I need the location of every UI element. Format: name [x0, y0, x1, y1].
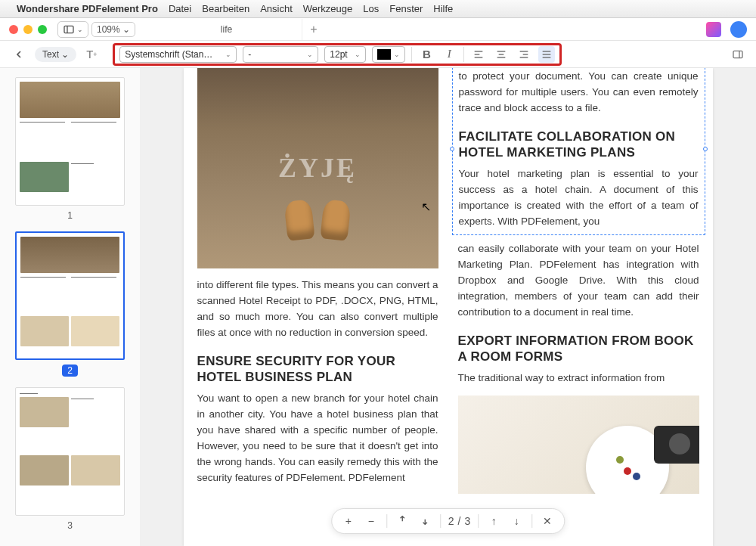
section-heading[interactable]: EXPORT INFORMATION FROM BOOK A ROOM FORM… — [458, 333, 699, 365]
divider — [386, 514, 387, 528]
menu-bearbeiten[interactable]: Bearbeiten — [202, 3, 249, 14]
zoom-in-button[interactable]: + — [341, 515, 356, 527]
svg-rect-0 — [64, 26, 73, 33]
bold-button[interactable]: B — [418, 46, 435, 63]
divider — [440, 514, 441, 528]
content-image[interactable] — [458, 396, 699, 494]
divider — [463, 47, 464, 62]
user-avatar[interactable] — [730, 21, 747, 38]
body-text[interactable]: into different file types. This means yo… — [197, 278, 438, 341]
divider — [411, 47, 412, 62]
document-viewport[interactable]: ŻYJĘ ↖ into different file types. This m… — [140, 68, 756, 546]
menu-fenster[interactable]: Fenster — [389, 3, 423, 14]
svg-rect-14 — [733, 51, 742, 57]
app-name[interactable]: Wondershare PDFelement Pro — [17, 3, 158, 14]
mouse-cursor-icon: ↖ — [421, 198, 431, 217]
text-color-dropdown[interactable]: ⌄ — [372, 46, 405, 63]
page-thumbnail-3[interactable]: ▬▬▬▬▬▬▬▬▬▬▬▬▬▬▬▬▬▬ — [15, 387, 125, 516]
menu-hilfe[interactable]: Hilfe — [433, 3, 453, 14]
fit-width-button[interactable] — [395, 514, 410, 529]
thumbnail-number: 2 — [62, 365, 78, 377]
selected-text-block[interactable]: to protect your document. You can create… — [452, 68, 705, 235]
divider — [478, 514, 479, 528]
thumbnail-panel: ▬▬▬▬▬▬▬▬▬▬▬▬▬▬▬▬▬▬▬▬▬▬▬▬▬▬▬▬▬▬▬▬▬▬▬▬▬▬▬▬… — [0, 68, 140, 546]
section-heading[interactable]: FACILITATE COLLABORATION ON HOTEL MARKET… — [459, 129, 699, 161]
menu-werkzeuge[interactable]: Werkzeuge — [303, 3, 353, 14]
fit-page-button[interactable] — [417, 514, 432, 529]
menu-los[interactable]: Los — [363, 3, 379, 14]
font-weight-dropdown[interactable]: - ⌄ — [243, 46, 318, 63]
hero-text: ŻYJĘ — [278, 147, 357, 190]
chevron-down-icon: ⌄ — [355, 51, 361, 58]
ai-assistant-icon[interactable] — [706, 22, 721, 37]
properties-panel-button[interactable] — [730, 47, 745, 62]
menu-datei[interactable]: Datei — [169, 3, 191, 14]
body-text[interactable]: You want to open a new branch for your h… — [197, 391, 438, 486]
body-text[interactable]: The traditional way to extract informati… — [458, 371, 699, 386]
chevron-down-icon: ⌄ — [225, 51, 231, 58]
resize-handle-icon[interactable] — [450, 147, 454, 151]
thumbnail-number: 3 — [67, 520, 73, 531]
font-size-dropdown[interactable]: 12pt ⌄ — [324, 46, 366, 63]
page-thumbnail-2[interactable]: ▬▬▬▬▬▬▬▬▬▬▬▬▬▬▬▬▬▬▬▬▬▬▬▬▬▬▬▬▬▬▬▬▬▬▬▬▬▬▬▬ — [15, 231, 125, 360]
menu-ansicht[interactable]: Ansicht — [260, 3, 293, 14]
document-page: ŻYJĘ ↖ into different file types. This m… — [184, 68, 713, 546]
zoom-dropdown[interactable]: 109% ⌄ — [91, 22, 135, 37]
add-text-icon[interactable]: T+ — [84, 47, 99, 62]
thumbnail-number: 1 — [67, 210, 73, 221]
chevron-down-icon: ⌄ — [307, 51, 313, 58]
total-pages: 3 — [464, 515, 470, 527]
fullscreen-icon[interactable] — [38, 25, 47, 34]
italic-button[interactable]: I — [441, 46, 457, 63]
align-center-button[interactable] — [493, 46, 510, 63]
document-tab[interactable]: life — [151, 19, 302, 40]
next-page-button[interactable]: ↓ — [509, 515, 524, 527]
sidebar-toggle-button[interactable]: ⌄ — [57, 21, 88, 38]
align-left-button[interactable] — [470, 46, 487, 63]
close-icon[interactable] — [9, 25, 18, 34]
minimize-icon[interactable] — [23, 25, 33, 34]
font-family-dropdown[interactable]: Systemschrift (Stan… ⌄ — [119, 46, 237, 63]
color-swatch-icon — [377, 49, 391, 60]
right-column: to protect your document. You can create… — [458, 68, 699, 516]
font-size-value: 12pt — [330, 49, 352, 60]
text-format-toolbar: Systemschrift (Stan… ⌄ - ⌄ 12pt ⌄ ⌄ B I — [113, 43, 562, 66]
page-indicator[interactable]: 2 / 3 — [448, 515, 470, 527]
window-titlebar: ⌄ 109% ⌄ life + — [0, 18, 756, 41]
main-area: ▬▬▬▬▬▬▬▬▬▬▬▬▬▬▬▬▬▬▬▬▬▬▬▬▬▬▬▬▬▬▬▬▬▬▬▬▬▬▬▬… — [0, 68, 756, 546]
traffic-lights — [9, 25, 47, 34]
back-button[interactable] — [11, 46, 27, 63]
body-text[interactable]: to protect your document. You can create… — [459, 69, 699, 116]
edit-toolbar: Text ⌄ T+ Systemschrift (Stan… ⌄ - ⌄ 12p… — [0, 41, 756, 68]
page-thumbnail-1[interactable]: ▬▬▬▬▬▬▬▬▬▬▬▬▬▬▬▬▬▬▬▬▬▬▬▬▬▬▬▬▬▬▬▬▬▬▬▬▬▬▬▬… — [15, 77, 125, 206]
hero-image[interactable]: ŻYJĘ ↖ — [197, 68, 438, 268]
chevron-down-icon: ⌄ — [394, 51, 400, 58]
align-justify-button[interactable] — [538, 46, 555, 63]
section-heading[interactable]: ENSURE SECURITY FOR YOUR HOTEL BUSINESS … — [197, 353, 438, 386]
page-navigation-bar: + − 2 / 3 ↑ ↓ ✕ — [331, 508, 565, 534]
align-right-button[interactable] — [516, 46, 532, 63]
close-nav-button[interactable]: ✕ — [540, 515, 555, 527]
new-tab-button[interactable]: + — [302, 23, 325, 36]
font-family-value: Systemschrift (Stan… — [125, 49, 222, 60]
zoom-out-button[interactable]: − — [364, 515, 379, 527]
edit-mode-dropdown[interactable]: Text ⌄ — [35, 47, 76, 62]
prev-page-button[interactable]: ↑ — [486, 515, 501, 527]
macos-menubar: Wondershare PDFelement Pro Datei Bearbei… — [0, 0, 756, 18]
resize-handle-icon[interactable] — [703, 147, 708, 151]
font-weight-value: - — [248, 49, 304, 60]
body-text[interactable]: can easily collaborate with your team on… — [458, 241, 699, 321]
body-text[interactable]: Your hotel marketing plan is essential t… — [459, 166, 699, 230]
current-page: 2 — [448, 515, 454, 527]
divider — [531, 514, 532, 528]
left-column: ŻYJĘ ↖ into different file types. This m… — [197, 68, 438, 516]
